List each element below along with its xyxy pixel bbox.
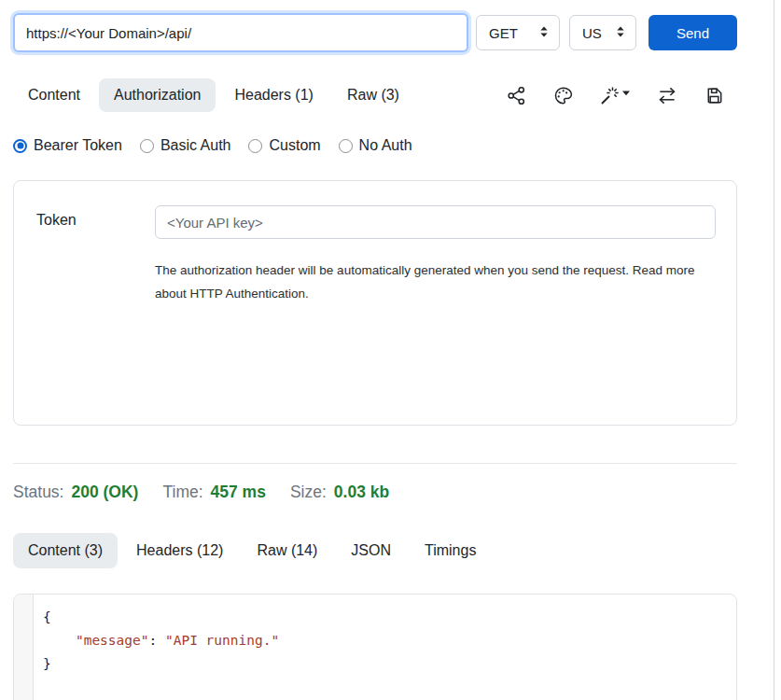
json-key: "message" xyxy=(76,633,149,648)
resp-tab-json[interactable]: JSON xyxy=(336,533,406,568)
region-select-value: US xyxy=(582,25,602,41)
palette-icon[interactable] xyxy=(552,85,574,106)
bearer-token-panel: Token The authorization header will be a… xyxy=(13,180,737,426)
json-indent xyxy=(43,633,76,648)
json-value: "API running." xyxy=(165,633,279,648)
radio-basic-auth[interactable]: Basic Auth xyxy=(140,137,231,154)
resp-tab-headers[interactable]: Headers (12) xyxy=(121,533,238,568)
caret-down-icon xyxy=(622,91,630,95)
request-tabs: Content Authorization Headers (1) Raw (3… xyxy=(13,78,737,112)
size-value: 0.03 kb xyxy=(334,483,389,502)
radio-circle-icon[interactable] xyxy=(140,139,154,153)
radio-label: Basic Auth xyxy=(160,137,231,154)
updown-arrows-icon xyxy=(615,25,626,41)
divider xyxy=(13,463,737,464)
status-label: Status: xyxy=(13,483,63,502)
tab-raw[interactable]: Raw (3) xyxy=(332,78,414,112)
tab-content[interactable]: Content xyxy=(13,78,95,112)
json-brace: { xyxy=(43,609,51,624)
resp-tab-timings[interactable]: Timings xyxy=(410,533,491,568)
auth-type-options: Bearer Token Basic Auth Custom No Auth xyxy=(13,137,737,154)
tab-authorization[interactable]: Authorization xyxy=(99,78,216,112)
region-select[interactable]: US xyxy=(569,15,636,50)
page: GET US Send Content Authorization Header… xyxy=(0,0,781,700)
status-value: 200 (OK) xyxy=(71,483,138,502)
radio-bearer-token[interactable]: Bearer Token xyxy=(13,137,122,154)
save-icon[interactable] xyxy=(704,85,725,106)
response-tabs: Content (3) Headers (12) Raw (14) JSON T… xyxy=(13,533,737,568)
magic-wand-icon[interactable] xyxy=(599,85,631,106)
json-brace: } xyxy=(43,656,51,671)
token-input[interactable] xyxy=(155,205,716,239)
response-json: { "message": "API running." } xyxy=(34,595,279,700)
json-separator: : xyxy=(149,633,165,648)
radio-circle-icon[interactable] xyxy=(248,139,262,153)
page-edge-line xyxy=(774,0,774,700)
request-toolbar xyxy=(506,85,725,106)
method-select[interactable]: GET xyxy=(476,15,560,50)
url-input[interactable] xyxy=(13,13,468,52)
token-help-text: The authorization header will be automat… xyxy=(155,259,716,305)
token-field-row: Token xyxy=(36,205,716,239)
response-status-row: Status: 200 (OK) Time: 457 ms Size: 0.03… xyxy=(13,483,737,502)
response-body-viewer: { "message": "API running." } xyxy=(13,594,737,700)
request-bar: GET US Send xyxy=(13,13,737,52)
radio-custom[interactable]: Custom xyxy=(248,137,320,154)
radio-label: Bearer Token xyxy=(34,137,122,154)
radio-label: No Auth xyxy=(359,137,412,154)
resp-tab-content[interactable]: Content (3) xyxy=(13,533,118,568)
radio-circle-icon[interactable] xyxy=(13,139,27,153)
token-label: Token xyxy=(36,205,155,239)
resp-tab-raw[interactable]: Raw (14) xyxy=(242,533,332,568)
size-label: Size: xyxy=(290,483,327,502)
time-value: 457 ms xyxy=(211,483,266,502)
updown-arrows-icon xyxy=(538,25,550,41)
radio-label: Custom xyxy=(269,137,320,154)
time-label: Time: xyxy=(162,483,202,502)
method-select-value: GET xyxy=(489,25,518,41)
radio-no-auth[interactable]: No Auth xyxy=(339,137,412,154)
swap-arrows-icon[interactable] xyxy=(656,85,678,106)
send-button[interactable]: Send xyxy=(649,15,737,50)
code-gutter xyxy=(14,595,34,700)
share-icon[interactable] xyxy=(506,85,527,106)
tab-headers[interactable]: Headers (1) xyxy=(219,78,328,112)
radio-circle-icon[interactable] xyxy=(339,139,353,153)
